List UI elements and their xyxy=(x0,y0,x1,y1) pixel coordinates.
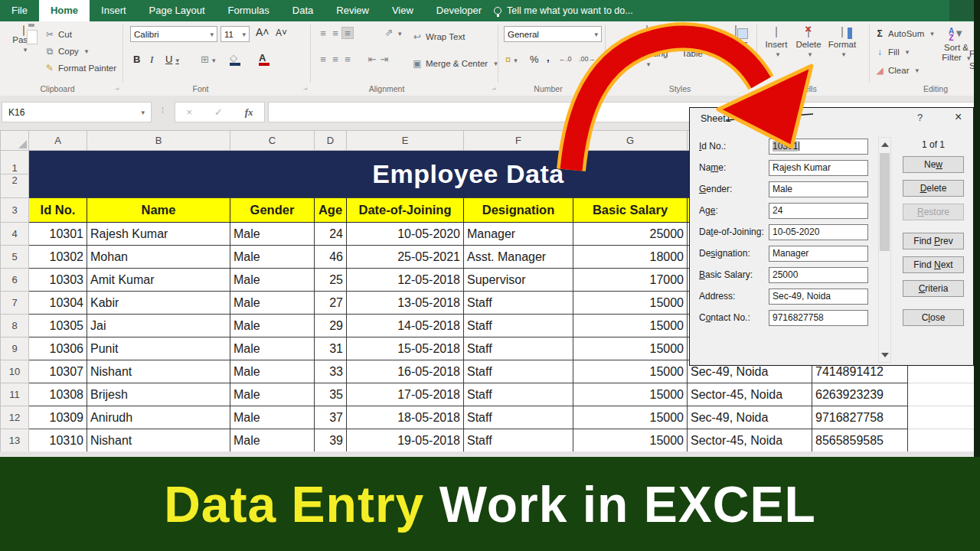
cell-id[interactable]: 10309 xyxy=(29,406,87,429)
cell-designation[interactable]: Asst. Manager xyxy=(464,246,573,269)
tab-review[interactable]: Review xyxy=(325,0,381,21)
field-input[interactable]: 10301 xyxy=(769,139,868,155)
row-header[interactable]: 12 xyxy=(1,151,29,198)
font-name-combo[interactable]: Calibri▾ xyxy=(130,26,217,42)
field-input[interactable]: Rajesh Kumar xyxy=(769,160,868,176)
font-color-button[interactable]: A xyxy=(259,52,270,66)
find-next-button[interactable]: Find Next xyxy=(903,256,964,273)
cell-designation[interactable]: Manager xyxy=(464,223,573,246)
insert-cells-button[interactable]: Insert▾ xyxy=(761,28,792,58)
tab-developer[interactable]: Developer xyxy=(425,0,493,21)
cell-designation[interactable]: Staff xyxy=(464,315,573,337)
vertical-align-buttons[interactable]: ≡≡≡ xyxy=(317,27,354,40)
bold-button[interactable]: B xyxy=(133,54,140,65)
cell-salary[interactable]: 15000 xyxy=(573,292,688,315)
cell-address[interactable]: Sector-45, Noida xyxy=(688,383,812,406)
cell-gender[interactable]: Male xyxy=(230,246,315,269)
dialog-help-icon[interactable]: ? xyxy=(917,112,923,123)
cell-designation[interactable]: Staff xyxy=(464,337,573,360)
cell-id[interactable]: 10305 xyxy=(29,315,87,337)
increase-decimal-button[interactable]: ←.0 xyxy=(559,55,572,63)
name-box[interactable]: K16▾ xyxy=(2,102,152,122)
cell-name[interactable]: Mohan xyxy=(87,246,230,269)
cell-salary[interactable]: 15000 xyxy=(573,360,688,383)
cell-address[interactable]: Sec-49, Noida xyxy=(688,406,812,429)
dialog-launcher-icon[interactable]: ⌐ xyxy=(597,86,601,93)
cell-name[interactable]: Kabir xyxy=(87,292,230,315)
horizontal-align-buttons[interactable]: ≡≡≡ xyxy=(317,54,354,66)
dialog-close-icon[interactable]: × xyxy=(955,110,962,124)
tab-formulas[interactable]: Formulas xyxy=(217,0,281,21)
fill-color-button[interactable]: ◇ xyxy=(230,52,240,66)
enter-button[interactable]: ✓ xyxy=(214,106,223,118)
cell-designation[interactable]: Staff xyxy=(464,292,573,315)
cell-gender[interactable]: Male xyxy=(230,429,315,452)
format-painter-button[interactable]: ✎Format Painter xyxy=(44,61,116,75)
cell-salary[interactable]: 15000 xyxy=(573,406,688,429)
format-cells-button[interactable]: Format▾ xyxy=(825,28,859,58)
cell-name[interactable]: Rajesh Kumar xyxy=(87,223,230,246)
decrease-decimal-button[interactable]: .00→ xyxy=(579,55,596,63)
cell-doj[interactable]: 18-05-2018 xyxy=(347,406,464,429)
cell-doj[interactable]: 14-05-2018 xyxy=(347,315,464,337)
cell-doj[interactable]: 12-05-2018 xyxy=(347,269,464,292)
cell-salary[interactable]: 15000 xyxy=(573,429,688,452)
row-header[interactable]: 9 xyxy=(1,337,29,360)
field-input[interactable]: Manager xyxy=(769,246,868,262)
cell-name[interactable]: Nishant xyxy=(87,429,230,452)
cell-name[interactable]: Anirudh xyxy=(87,406,230,429)
cell-designation[interactable]: Staff xyxy=(464,383,573,406)
copy-button[interactable]: ⧉Copy▾ xyxy=(44,44,88,58)
field-input[interactable]: Sec-49, Noida xyxy=(769,289,868,305)
cell-age[interactable]: 46 xyxy=(315,246,347,269)
table-header-cell[interactable]: Basic Salary xyxy=(573,198,688,223)
cell[interactable] xyxy=(908,429,975,452)
cell-designation[interactable]: Staff xyxy=(464,406,573,429)
paste-dropdown-arrow[interactable]: ▾ xyxy=(24,46,28,54)
cell[interactable] xyxy=(908,406,975,429)
underline-button[interactable]: U▾ xyxy=(165,54,179,65)
dialog-launcher-icon[interactable]: ⌐ xyxy=(115,86,119,93)
cell-name[interactable]: Nishant xyxy=(87,360,230,383)
table-header-cell[interactable]: Age xyxy=(315,198,347,223)
row-header[interactable]: 10 xyxy=(1,360,29,383)
tell-me-box[interactable]: Tell me what you want to do... xyxy=(494,0,633,21)
row-header[interactable]: 5 xyxy=(1,246,29,269)
cell-id[interactable]: 10307 xyxy=(29,360,87,383)
cell-age[interactable]: 27 xyxy=(315,292,347,315)
cell-name[interactable]: Brijesh xyxy=(87,383,230,406)
autosum-button[interactable]: ΣAutoSum▾ xyxy=(874,27,934,41)
row-header[interactable]: 8 xyxy=(1,315,29,337)
cell-age[interactable]: 35 xyxy=(315,383,347,406)
tab-insert[interactable]: Insert xyxy=(90,0,138,21)
cell-id[interactable]: 10302 xyxy=(29,246,87,269)
cell-salary[interactable]: 18000 xyxy=(573,246,688,269)
format-as-table-button[interactable]: Format asTable ▾ xyxy=(674,26,720,60)
cell-gender[interactable]: Male xyxy=(230,223,315,246)
cell-salary[interactable]: 17000 xyxy=(573,269,688,292)
select-all-corner[interactable] xyxy=(1,131,29,151)
cell-salary[interactable]: 15000 xyxy=(573,315,688,337)
cell-age[interactable]: 37 xyxy=(315,406,347,429)
italic-button[interactable]: I xyxy=(150,54,153,66)
cell-doj[interactable]: 25-05-2021 xyxy=(347,246,464,269)
cell-contact[interactable]: 6263923239 xyxy=(812,383,908,406)
cell-age[interactable]: 29 xyxy=(315,315,347,337)
fill-button[interactable]: ↓Fill▾ xyxy=(874,45,909,59)
cell-id[interactable]: 10304 xyxy=(29,292,87,315)
cell-name[interactable]: Amit Kumar xyxy=(87,269,230,292)
font-size-combo[interactable]: 11▾ xyxy=(220,26,250,42)
accounting-format-button[interactable]: ¤▾ xyxy=(505,54,518,65)
row-header[interactable]: 11 xyxy=(1,383,29,406)
cell-contact[interactable]: 8565859585 xyxy=(812,429,908,452)
cell-gender[interactable]: Male xyxy=(230,383,315,406)
scroll-thumb[interactable] xyxy=(880,153,890,251)
shrink-font-button[interactable]: A˅ xyxy=(276,28,287,38)
cell-id[interactable]: 10303 xyxy=(29,269,87,292)
table-header-cell[interactable]: Id No. xyxy=(29,198,87,223)
cell-doj[interactable]: 17-05-2018 xyxy=(347,383,464,406)
cell-doj[interactable]: 16-05-2018 xyxy=(347,360,464,383)
cancel-button[interactable]: × xyxy=(186,106,192,118)
cell-name[interactable]: Jai xyxy=(87,315,230,337)
tab-view[interactable]: View xyxy=(381,0,425,21)
